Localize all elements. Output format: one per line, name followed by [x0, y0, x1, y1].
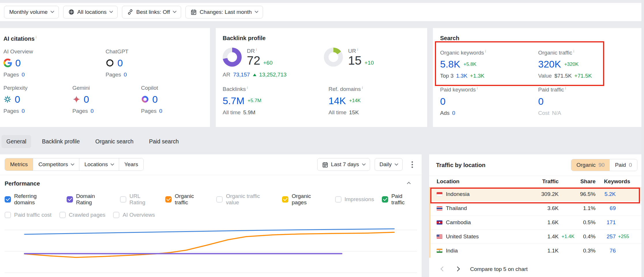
info-icon[interactable]: i: [256, 47, 257, 52]
metric-value-link[interactable]: 0: [538, 96, 544, 107]
checkbox[interactable]: [382, 196, 388, 203]
checkbox[interactable]: [5, 196, 11, 203]
checkbox[interactable]: [5, 212, 11, 218]
next-page-button[interactable]: [452, 264, 463, 274]
locations-filter[interactable]: All locations: [63, 6, 118, 18]
tab-paid-search[interactable]: Paid search: [144, 135, 184, 148]
segment-competitors[interactable]: Competitors: [33, 158, 79, 171]
organic-traffic-metric: Organic traffici 320K+320K Value$71.5K+7…: [538, 49, 634, 79]
vertical-scrollbar[interactable]: [641, 0, 644, 277]
info-icon[interactable]: i: [485, 49, 486, 53]
sub-value-link[interactable]: 0: [452, 110, 455, 116]
info-icon[interactable]: i: [357, 47, 358, 52]
pages-value-link[interactable]: 0: [159, 108, 162, 114]
checkbox[interactable]: [216, 196, 223, 203]
sub-value-link[interactable]: 1.3K: [456, 73, 467, 79]
sub-delta: +1.3K: [470, 73, 485, 79]
metric-value-link[interactable]: 0: [15, 94, 20, 105]
tab-backlink-profile[interactable]: Backlink profile: [37, 135, 85, 148]
metric-value-link[interactable]: 14K: [328, 95, 346, 106]
keywords-link[interactable]: 69: [596, 205, 616, 212]
checkbox[interactable]: [113, 212, 119, 218]
checkbox-ai-overviews[interactable]: AI Overviews: [113, 212, 155, 218]
ur-value: 15: [348, 54, 362, 67]
metric-value-link[interactable]: 5.7M: [223, 95, 245, 106]
metric-value-link[interactable]: 320K: [538, 59, 561, 70]
metric-label: AI Overview: [3, 48, 106, 55]
pages-value-link[interactable]: 0: [124, 72, 127, 78]
checkbox-paid-traffic[interactable]: Paid traffic: [382, 193, 417, 206]
collapse-section-button[interactable]: [407, 181, 410, 186]
keywords-link[interactable]: 171: [596, 219, 616, 226]
dr-value: 72: [247, 54, 260, 67]
keywords-link[interactable]: 257: [596, 233, 616, 240]
table-row-india[interactable]: India 1.1K 0.3% 76: [429, 244, 641, 258]
tab-organic-search[interactable]: Organic search: [91, 135, 138, 148]
metric-value-link[interactable]: 0: [84, 94, 89, 105]
info-icon[interactable]: i: [247, 85, 248, 90]
checkbox-domain-rating[interactable]: Domain Rating: [67, 193, 112, 206]
keywords-link[interactable]: 5.2K: [596, 191, 616, 197]
checkbox-url-rating[interactable]: URL Rating: [120, 193, 157, 206]
divider: [0, 175, 422, 175]
pages-value-link[interactable]: 0: [22, 72, 25, 78]
tab-general[interactable]: General: [1, 135, 31, 148]
table-row-united-states[interactable]: United States 1.4K +1.4K 0.4% 257 +255: [429, 229, 641, 244]
ai-overview-metric: AI Overview 0 Pages0: [3, 48, 106, 78]
checkbox[interactable]: [335, 196, 341, 203]
keywords-link[interactable]: 76: [596, 248, 616, 254]
checkbox-impressions[interactable]: Impressions: [335, 196, 374, 203]
segment-locations[interactable]: Locations: [79, 158, 119, 171]
checkbox-organic-traffic[interactable]: Organic traffic: [165, 193, 209, 206]
metric-value-link[interactable]: 0: [15, 57, 21, 69]
checkbox-crawled-pages[interactable]: Crawled pages: [59, 212, 106, 218]
checkbox[interactable]: [120, 196, 126, 203]
checkbox[interactable]: [59, 212, 66, 218]
paid-keywords-metric: Paid keywordsi 0 Ads0: [440, 86, 538, 116]
changes-filter[interactable]: Changes: Last month: [185, 6, 263, 18]
performance-line-chart: [5, 226, 417, 275]
info-icon[interactable]: i: [565, 86, 566, 90]
info-icon[interactable]: i: [477, 86, 478, 90]
checkbox[interactable]: [282, 196, 288, 203]
info-icon[interactable]: i: [362, 85, 363, 90]
metric-delta: +5.7M: [248, 98, 262, 104]
metric-value-link[interactable]: 5.8K: [440, 59, 460, 70]
toggle-organic[interactable]: Organic90: [571, 159, 610, 171]
segment-years[interactable]: Years: [119, 158, 143, 171]
monthly-volume-filter[interactable]: Monthly volume: [4, 6, 59, 18]
checkbox-paid-traffic-cost[interactable]: Paid traffic cost: [5, 212, 52, 218]
sub-value: N/A: [552, 110, 561, 116]
metric-value-link[interactable]: 0: [440, 96, 446, 107]
chevron-down-icon: [50, 9, 54, 13]
best-links-filter[interactable]: Best links: Off: [122, 6, 181, 18]
filter-label: Best links: Off: [136, 9, 170, 15]
metric-value-link[interactable]: 0: [152, 94, 158, 105]
sub-label: Value: [538, 73, 552, 79]
toggle-paid[interactable]: Paid0: [610, 159, 637, 171]
metric-value-link[interactable]: 0: [117, 57, 123, 69]
granularity-button[interactable]: Daily: [375, 158, 403, 171]
checkbox[interactable]: [67, 196, 73, 203]
info-icon[interactable]: i: [573, 49, 574, 53]
previous-page-button[interactable]: [438, 264, 448, 274]
ar-value-link[interactable]: 73,157: [233, 72, 250, 78]
checkbox-organic-traffic-value[interactable]: Organic traffic value: [216, 193, 274, 206]
chevron-down-icon: [362, 162, 366, 166]
date-range-button[interactable]: Last 7 days: [317, 158, 370, 171]
view-segmented-control: Metrics Competitors Locations Years: [5, 158, 144, 171]
table-row-thailand[interactable]: Thailand 3.6K 1.1% 69: [429, 201, 641, 215]
segment-metrics[interactable]: Metrics: [5, 158, 33, 171]
pages-value-link[interactable]: 0: [91, 108, 94, 114]
checkbox-organic-pages[interactable]: Organic pages: [282, 193, 327, 206]
table-row-indonesia[interactable]: Indonesia 309.2K 96.5% 5.2K: [429, 187, 641, 201]
more-options-button[interactable]: [407, 159, 417, 170]
backlink-profile-card: Backlink profile DRi 72+60 AR 73,157 13,…: [216, 28, 427, 127]
checkbox[interactable]: [165, 196, 172, 203]
page: Monthly volume All locations Best links:…: [0, 0, 644, 277]
info-icon[interactable]: i: [36, 35, 37, 39]
checkbox-referring-domains[interactable]: Referring domains: [5, 193, 59, 206]
chevron-down-icon: [395, 162, 398, 166]
pages-value-link[interactable]: 0: [22, 108, 25, 114]
table-row-cambodia[interactable]: Cambodia 1.6K 0.5% 171: [429, 215, 641, 229]
